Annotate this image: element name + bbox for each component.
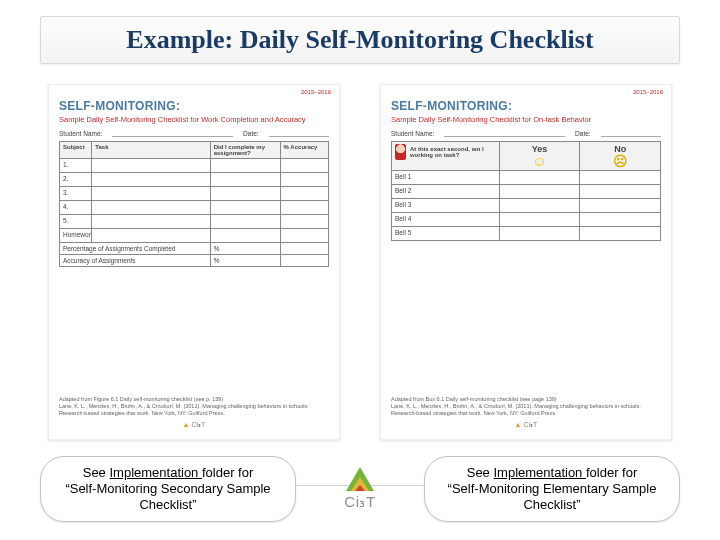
table-row: Bell 1 xyxy=(392,171,661,185)
implementation-link[interactable]: Implementation xyxy=(109,465,202,480)
table-row: 3. xyxy=(60,187,329,201)
doc-heading: SELF-MONITORING: xyxy=(59,99,329,113)
doc-subtitle: Sample Daily Self-Monitoring Checklist f… xyxy=(391,115,661,124)
table-row: Bell 2 xyxy=(392,185,661,199)
name-blank xyxy=(112,130,233,137)
doc-credit: Adapted from Box 6.1 Daily self-monitori… xyxy=(391,396,661,417)
table-row: Bell 3 xyxy=(392,199,661,213)
name-label: Student Name: xyxy=(391,130,434,137)
brand-text: Ci₃T xyxy=(344,493,375,511)
triangle-icon xyxy=(346,467,374,491)
yes-header: Yes ☺ xyxy=(499,142,580,171)
table-row: 4. xyxy=(60,201,329,215)
callout-secondary: See Implementation folder for “Self-Moni… xyxy=(40,456,296,523)
implementation-link[interactable]: Implementation xyxy=(493,465,586,480)
pct-completed-row: Percentage of Assignments Completed% xyxy=(60,243,329,255)
frown-icon: ☹ xyxy=(583,154,657,168)
doc-year: 2015–2016 xyxy=(301,89,331,95)
table-row: 2. xyxy=(60,173,329,187)
smile-icon: ☺ xyxy=(503,154,577,168)
table-row: 1. xyxy=(60,159,329,173)
date-label: Date: xyxy=(575,130,591,137)
triangle-icon: ▲ xyxy=(515,421,522,428)
student-name-row: Student Name: Date: xyxy=(59,130,329,137)
date-blank xyxy=(269,130,329,137)
callout-elementary: See Implementation folder for “Self-Moni… xyxy=(424,456,680,523)
document-previews: 2015–2016 SELF-MONITORING: Sample Daily … xyxy=(48,84,672,440)
table-row: 5. xyxy=(60,215,329,229)
name-blank xyxy=(444,130,565,137)
completion-table: Subject Task Did I complete my assignmen… xyxy=(59,141,329,267)
ci3t-mini-logo: ▲ Ci₃T xyxy=(391,421,661,429)
col-subject: Subject xyxy=(60,142,92,159)
child-icon xyxy=(395,144,406,160)
student-name-row: Student Name: Date: xyxy=(391,130,661,137)
accuracy-row: Accuracy of Assignments% xyxy=(60,255,329,267)
ci3t-logo: Ci₃T xyxy=(320,467,400,511)
col-accuracy: % Accuracy xyxy=(280,142,328,159)
table-row: Homework xyxy=(60,229,329,243)
col-task: Task xyxy=(92,142,210,159)
name-label: Student Name: xyxy=(59,130,102,137)
doc-secondary-checklist: 2015–2016 SELF-MONITORING: Sample Daily … xyxy=(48,84,340,440)
ci3t-mini-logo: ▲ Ci₃T xyxy=(59,421,329,429)
doc-elementary-checklist: 2015–2016 SELF-MONITORING: Sample Daily … xyxy=(380,84,672,440)
prompt-header: At this exact second, am I working on ta… xyxy=(392,142,500,171)
title-bar: Example: Daily Self-Monitoring Checklist xyxy=(40,16,680,64)
bottom-row: See Implementation folder for “Self-Moni… xyxy=(40,452,680,526)
date-blank xyxy=(601,130,661,137)
triangle-icon: ▲ xyxy=(183,421,190,428)
doc-heading: SELF-MONITORING: xyxy=(391,99,661,113)
doc-credit: Adapted from Figure 6.1 Daily self-monit… xyxy=(59,396,329,417)
doc-subtitle: Sample Daily Self-Monitoring Checklist f… xyxy=(59,115,329,124)
date-label: Date: xyxy=(243,130,259,137)
no-header: No ☹ xyxy=(580,142,661,171)
table-row: Bell 4 xyxy=(392,213,661,227)
col-completed: Did I complete my assignment? xyxy=(210,142,280,159)
table-row: Bell 5 xyxy=(392,227,661,241)
page-title: Example: Daily Self-Monitoring Checklist xyxy=(126,25,593,55)
ontask-table: At this exact second, am I working on ta… xyxy=(391,141,661,241)
doc-year: 2015–2016 xyxy=(633,89,663,95)
